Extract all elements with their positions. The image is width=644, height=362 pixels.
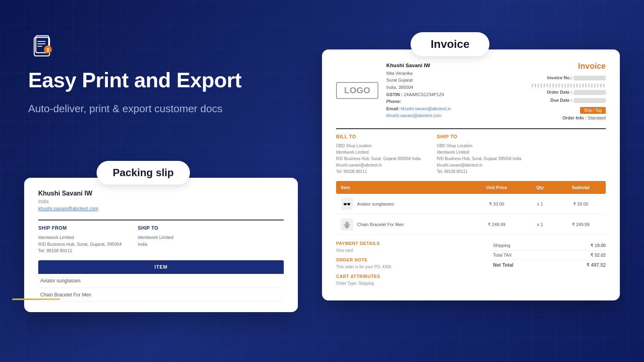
inv-item1-qty: x 1: [524, 194, 556, 214]
cart-attributes-label: CART ATTRIBUTES: [336, 274, 473, 279]
inv-order-date-label: Order Date :: [547, 90, 572, 95]
inv-barcode: |||||||||||||||||||||||||: [531, 82, 606, 88]
ps-ship-to-address: India: [138, 241, 173, 248]
inv-col-unit-price: Unit Price: [469, 181, 524, 194]
page-headline: Easy Print and Export: [28, 68, 262, 93]
total-tax-value: ₹ 52.02: [590, 253, 606, 258]
inv-bill-address: R/D Business Hub, Surat, Gujarat 395004 …: [336, 156, 421, 162]
inv-website[interactable]: khushi.savani@abctest.com: [386, 112, 451, 119]
gold-accent-line: [12, 298, 60, 300]
cart-attributes-text: Order Type: Shipping: [336, 280, 473, 286]
inv-company-name: Khushi Savani IW: [386, 62, 451, 70]
page-subheadline: Auto-deliver, print & export customer do…: [28, 101, 262, 116]
inv-title: Invoice: [531, 62, 606, 71]
inv-item2-qty: x 1: [524, 214, 556, 235]
invoice-card: Invoice LOGO Khushi Savani IW Nita Veran…: [322, 32, 620, 300]
inv-item-row-2: 🪬 Chain Bracelet For Men ₹ 249.99 x 1 ₹ …: [336, 214, 606, 235]
invoice-items-table: Item Unit Price Qty Subtotal 🕶️ Aviator …: [336, 181, 606, 235]
ps-item-header: ITEM: [38, 260, 284, 274]
inv-item2-subtotal: ₹ 249.99: [555, 214, 606, 235]
inv-col-item: Item: [336, 181, 469, 194]
inv-item2-price: ₹ 249.99: [469, 214, 524, 235]
invoice-totals: Shipping ₹ 19.00 Total TAX ₹ 52.02 Net T…: [493, 241, 606, 270]
ps-ship-from-label: SHIP FROM: [38, 225, 122, 231]
inv-company-line3: India, 395004: [386, 84, 451, 91]
inv-ship-email: khushi.savani@abctest.in: [437, 162, 521, 169]
ps-country: India: [38, 199, 284, 204]
app-icon: $: [28, 32, 56, 60]
invoice-logo: LOGO: [336, 82, 378, 99]
inv-item-row-1: 🕶️ Aviator sunglasses ₹ 33.00 x 1 ₹ 33.0…: [336, 194, 606, 214]
inv-no-label: Invoice No.:: [547, 75, 572, 80]
inv-ship-company2: Identiwork Limited: [437, 149, 521, 156]
inv-email-value: khushi.savani@abctest.in: [401, 106, 451, 111]
inv-gstin-label: GSTIN :: [386, 92, 402, 97]
inv-bill-to-label: BILL TO: [336, 134, 421, 140]
inv-ship-company: OBD Shop Location: [437, 143, 521, 149]
payment-notes-section: PAYMENT DETAILS Visa card ORDER NOTE Thi…: [336, 241, 473, 290]
packing-slip-pill-label: Packing slip: [97, 161, 190, 185]
inv-ship-tel: Tel: 99108 80111: [437, 169, 521, 175]
inv-company-line1: Nita Veranika: [386, 70, 451, 77]
shipping-label: Shipping: [493, 243, 510, 248]
order-note-label: ORDER NOTE: [336, 257, 473, 262]
inv-col-qty: Qty: [524, 181, 556, 194]
inv-phone-label: Phone:: [386, 99, 401, 104]
ps-ship-to-company: Identiwork Limited: [138, 234, 173, 241]
inv-bill-company: OBD Shop Location: [336, 143, 421, 149]
payment-details-label: PAYMENT DETAILS: [336, 241, 473, 246]
inv-col-subtotal: Subtotal: [555, 181, 606, 194]
ps-email-link[interactable]: khushi.savani@abctest.com: [38, 206, 284, 212]
shipping-value: ₹ 19.00: [590, 243, 606, 248]
ps-ship-to-label: SHIP TO: [138, 225, 173, 231]
inv-item1-price: ₹ 33.00: [469, 194, 524, 214]
net-total-label: Net Total: [493, 262, 513, 268]
inv-order-info-value: Standard: [588, 115, 606, 120]
inv-ship-to-label: SHIP TO: [437, 134, 521, 140]
inv-gstin-value: 24AABCS1234P1Z4: [404, 92, 444, 97]
inv-item1-subtotal: ₹ 33.00: [555, 194, 606, 214]
inv-ship-address: R/D Business Hub, Surat, Gujarat 395004 …: [437, 156, 521, 162]
inv-item2-name: Chain Bracelet For Men: [357, 222, 404, 227]
payment-details-value: Visa card: [336, 247, 473, 253]
packing-slip-card: Packing slip Khushi Savani IW India khus…: [24, 161, 298, 312]
order-note-text: This order is for your PO: 4306: [336, 264, 473, 270]
inv-bill-company2: Identiwork Limited: [336, 149, 421, 156]
invoice-pill-label: Invoice: [411, 32, 489, 56]
inv-item2-icon: 🪬: [341, 218, 353, 230]
ps-item-2: Chain Bracelet For Men: [38, 288, 284, 302]
ps-company-name: Khushi Savani IW: [38, 190, 284, 197]
inv-item1-name: Aviator sunglasses: [357, 202, 394, 206]
svg-text:$: $: [47, 47, 50, 53]
inv-bill-email: khushi.savani@abctest.in: [336, 162, 421, 169]
ps-ship-from-company: Identiwork Limited: [38, 234, 122, 241]
inv-status-badge: Ship / Tag: [580, 107, 606, 114]
inv-bill-tel: Tel: 99108 80111: [336, 169, 421, 175]
inv-item1-icon: 🕶️: [341, 198, 353, 210]
inv-company-line2: Surat Gujarat: [386, 77, 451, 84]
inv-due-date-label: Due Date :: [551, 98, 572, 103]
inv-email-label: Email:: [386, 106, 400, 111]
ps-ship-from-address: R/D Business Hub, Surat, Gujarat, 395004: [38, 241, 122, 248]
inv-order-info-label: Order Info :: [562, 115, 586, 120]
ps-ship-from-tel: Tel: 99108 80111: [38, 247, 122, 254]
ps-item-1: Aviator sunglasses: [38, 274, 284, 288]
total-tax-label: Total TAX: [493, 253, 512, 258]
net-total-value: ₹ 497.52: [586, 262, 606, 268]
